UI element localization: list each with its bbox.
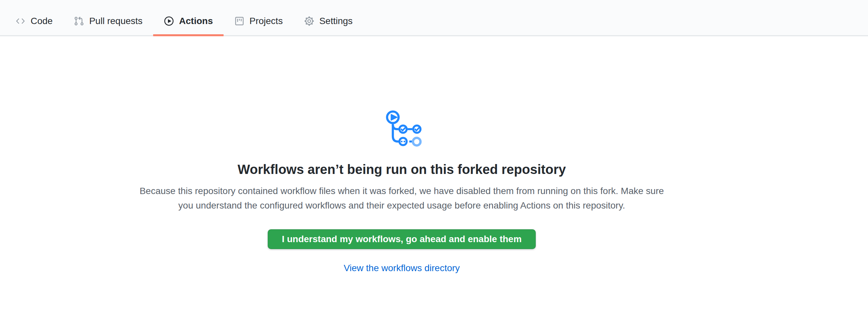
git-pull-request-icon <box>74 16 84 26</box>
play-icon <box>164 16 174 26</box>
project-icon <box>234 16 245 26</box>
blankslate-description: Because this repository contained workfl… <box>132 184 672 213</box>
code-icon <box>15 16 26 26</box>
view-workflows-directory-link[interactable]: View the workflows directory <box>344 263 460 274</box>
tab-code[interactable]: Code <box>5 7 63 35</box>
tab-projects[interactable]: Projects <box>224 7 293 35</box>
tab-label: Code <box>31 17 53 26</box>
tab-settings[interactable]: Settings <box>293 7 363 35</box>
tab-label: Pull requests <box>89 17 143 26</box>
repo-tab-bar: Code Pull requests Actions <box>0 0 868 36</box>
page-title: Workflows aren’t being run on this forke… <box>238 160 566 179</box>
tab-actions[interactable]: Actions <box>153 7 224 35</box>
tab-label: Projects <box>250 17 283 26</box>
workflow-graph-icon <box>381 104 423 147</box>
tab-label: Actions <box>179 17 213 26</box>
gear-icon <box>304 16 314 26</box>
enable-workflows-button[interactable]: I understand my workflows, go ahead and … <box>268 229 536 249</box>
tab-label: Settings <box>319 17 353 26</box>
actions-blankslate: Workflows aren’t being run on this forke… <box>0 36 868 274</box>
tab-pull-requests[interactable]: Pull requests <box>63 7 153 35</box>
